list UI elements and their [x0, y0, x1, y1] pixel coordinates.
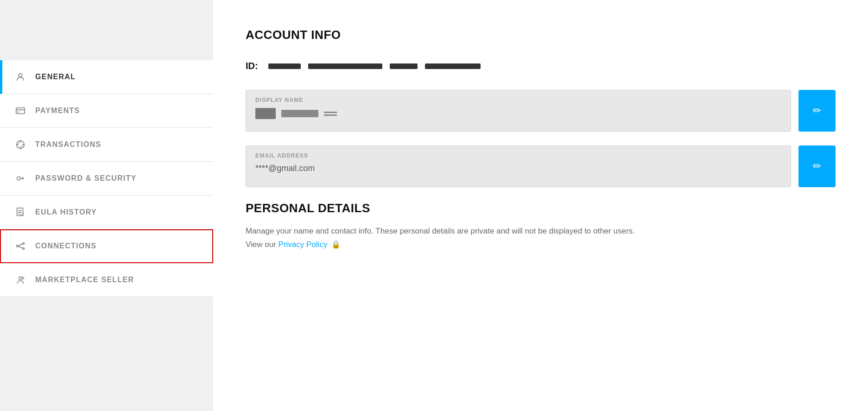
id-value-1 — [268, 63, 301, 69]
seller-icon — [14, 273, 27, 286]
display-name-redacted-1 — [255, 108, 276, 119]
svg-rect-1 — [16, 108, 25, 114]
transactions-icon — [14, 138, 27, 151]
main-content: ACCOUNT INFO ID: DISPLAY NAME ✏ EM — [213, 0, 868, 411]
email-edit-button[interactable]: ✏ — [798, 145, 836, 187]
id-row: ID: — [246, 61, 836, 71]
sidebar-item-marketplace-label: MARKETPLACE SELLER — [35, 276, 134, 284]
personal-details-title: PERSONAL DETAILS — [246, 201, 836, 215]
sidebar-item-transactions-label: TRANSACTIONS — [35, 140, 101, 149]
sidebar-item-marketplace-seller[interactable]: MARKETPLACE SELLER — [0, 263, 213, 297]
display-name-edit-button[interactable]: ✏ — [798, 90, 836, 132]
id-value-3 — [390, 63, 418, 69]
sidebar-item-payments[interactable]: PAYMENTS — [0, 94, 213, 128]
sidebar-item-general-label: GENERAL — [35, 73, 76, 81]
sidebar-item-password-label: PASSWORD & SECURITY — [35, 174, 137, 183]
sidebar-item-eula-history[interactable]: EULA HISTORY — [0, 196, 213, 229]
svg-point-7 — [23, 248, 25, 250]
display-name-field: DISPLAY NAME — [246, 90, 791, 132]
person-icon — [14, 70, 27, 83]
svg-point-8 — [19, 277, 22, 279]
display-name-label: DISPLAY NAME — [255, 97, 781, 103]
sidebar-item-general[interactable]: GENERAL — [0, 60, 213, 94]
display-name-redacted-3 — [324, 112, 337, 116]
payments-icon — [14, 104, 27, 117]
pencil-icon-2: ✏ — [813, 160, 821, 172]
key-icon — [14, 172, 27, 185]
email-label: EMAIL ADDRESS — [255, 152, 781, 159]
sidebar: GENERAL PAYMENTS TRANSACTIONS — [0, 0, 213, 411]
account-info-title: ACCOUNT INFO — [246, 28, 836, 42]
pencil-icon-1: ✏ — [813, 105, 821, 117]
sidebar-item-eula-label: EULA HISTORY — [35, 208, 97, 216]
svg-point-0 — [19, 74, 22, 77]
svg-point-3 — [17, 177, 20, 180]
email-field: EMAIL ADDRESS ****@gmail.com — [246, 145, 791, 187]
display-name-redacted-2 — [281, 110, 318, 117]
sidebar-item-password-security[interactable]: PASSWORD & SECURITY — [0, 162, 213, 196]
svg-rect-2 — [18, 112, 19, 113]
email-row: EMAIL ADDRESS ****@gmail.com ✏ — [246, 145, 836, 187]
sidebar-item-transactions[interactable]: TRANSACTIONS — [0, 128, 213, 162]
sidebar-item-payments-label: PAYMENTS — [35, 107, 80, 115]
sidebar-item-connections-label: CONNECTIONS — [35, 242, 96, 250]
personal-details-text: Manage your name and contact info. These… — [246, 225, 635, 252]
email-value: ****@gmail.com — [255, 164, 781, 173]
svg-point-5 — [17, 245, 19, 247]
id-value-4 — [425, 63, 481, 69]
eula-icon — [14, 206, 27, 219]
display-name-row: DISPLAY NAME ✏ — [246, 90, 836, 132]
lock-icon: 🔒 — [331, 238, 341, 251]
id-label: ID: — [246, 61, 258, 71]
sidebar-item-connections[interactable]: CONNECTIONS — [0, 229, 213, 263]
connections-icon — [14, 240, 27, 253]
id-value-2 — [308, 63, 382, 69]
privacy-policy-link[interactable]: Privacy Policy — [279, 240, 328, 249]
display-name-value — [255, 108, 781, 119]
svg-point-6 — [23, 243, 25, 245]
